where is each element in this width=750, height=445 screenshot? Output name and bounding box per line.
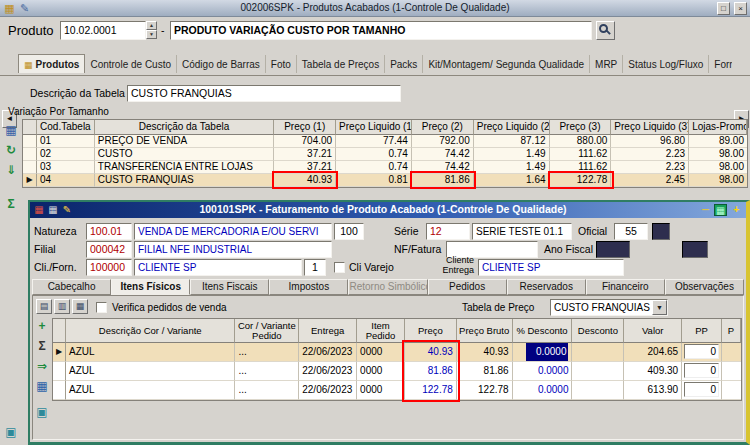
cli-forn-code-field[interactable]: 100000 xyxy=(86,259,132,276)
verifica-pedidos-label: Verifica pedidos de venda xyxy=(112,299,227,316)
dropdown-icon[interactable]: ▼ xyxy=(652,300,667,315)
tab-reservados[interactable]: Reservados xyxy=(507,279,586,295)
tab-mrp[interactable]: MRP xyxy=(590,55,623,73)
tab-observacoes[interactable]: Observações xyxy=(665,279,744,295)
spin-down-icon[interactable]: ▼ xyxy=(146,30,157,39)
product-description-input[interactable]: PRODUTO VARIAÇÃO CUSTO POR TAMANHO xyxy=(170,21,592,40)
tab-cabecalho[interactable]: Cabeçalho xyxy=(32,279,111,295)
col-header-descricao[interactable]: Descrição da Tabela xyxy=(95,120,274,135)
col-header-item-pedido[interactable]: Item Pedido xyxy=(357,319,405,343)
cli-varejo-checkbox[interactable] xyxy=(334,262,345,273)
oficial-field[interactable]: 55 xyxy=(614,223,648,240)
col-header-preco-3[interactable]: Preço (3) xyxy=(550,120,612,135)
pp-value-box[interactable]: 0 xyxy=(684,382,719,397)
price-row-03[interactable]: 03 TRANSFERÊNCIA ENTRE LOJAS 37.21 0.74 … xyxy=(23,161,747,174)
cell-cod: 02 xyxy=(37,148,95,161)
cell-pct-desconto: 0.0000 xyxy=(513,343,573,362)
col-header-p[interactable]: P xyxy=(722,319,741,343)
grid-view-button-1[interactable]: ▤ xyxy=(36,299,52,314)
product-code-input[interactable]: 10.02.0001 xyxy=(60,21,146,40)
tab-tabela-de-precos[interactable]: Tabela de Preços xyxy=(297,55,385,73)
verifica-pedidos-checkbox[interactable] xyxy=(96,302,107,313)
item-row-1-selected[interactable]: ▶ AZUL ... 22/06/2023 0000 40.93 40.93 0… xyxy=(53,343,741,362)
col-header-cor-variante-pedido[interactable]: Cor / Variante Pedido xyxy=(235,319,299,343)
price-row-02[interactable]: 02 CUSTO 37.21 0.74 74.42 1.49 111.62 2.… xyxy=(23,148,747,161)
tab-pedidos[interactable]: Pedidos xyxy=(428,279,507,295)
export-icon[interactable]: ⇒ xyxy=(34,358,50,374)
cell-preco-liq2: 1.49 xyxy=(474,161,550,174)
expand-button[interactable]: + xyxy=(730,204,743,216)
tab-itens-fisicos[interactable]: Itens Físicos xyxy=(111,279,190,295)
cli-forn-desc-field[interactable]: CLIENTE SP xyxy=(134,259,302,276)
tabela-preco-combobox[interactable]: CUSTO FRANQUIAS ▼ xyxy=(550,299,668,316)
refresh-tool-icon[interactable]: ↻ xyxy=(3,142,19,158)
col-header-preco[interactable]: Preço xyxy=(405,319,457,343)
col-header-preco-liquido-2[interactable]: Preço Liquido (2) xyxy=(474,120,550,135)
grid-view-button-3[interactable]: ▦ xyxy=(72,299,88,314)
natureza-desc-field[interactable]: VENDA DE MERCADORIA E/OU SERVI xyxy=(134,223,332,240)
col-header-pp[interactable]: PP xyxy=(682,319,722,343)
tab-produtos[interactable]: ▦Produtos xyxy=(18,54,85,73)
image-tool-icon[interactable]: ▣ xyxy=(3,424,19,440)
cell-preco-bruto: 40.93 xyxy=(457,343,513,362)
filial-label: Filial xyxy=(34,241,56,258)
import-tool-icon[interactable]: ⇓ xyxy=(3,162,19,178)
col-header-entrega[interactable]: Entrega xyxy=(299,319,357,343)
tab-kit-montagem-segunda-qualidade[interactable]: Kit/Montagem/ Segunda Qualidade xyxy=(423,55,590,73)
col-header-preco-bruto[interactable]: Preço Bruto xyxy=(457,319,513,343)
natureza-code-field[interactable]: 100.01 xyxy=(86,223,132,240)
spin-up-icon[interactable]: ▲ xyxy=(146,21,157,30)
tab-itens-fiscais[interactable]: Itens Fiscais xyxy=(190,279,269,295)
tab-financeiro[interactable]: Financeiro xyxy=(586,279,665,295)
tab-impostos[interactable]: Impostos xyxy=(269,279,348,295)
table-description-input[interactable]: CUSTO FRANQUIAS xyxy=(127,85,401,102)
col-header-cod-tabela[interactable]: Cod.Tabela xyxy=(37,120,95,135)
sum-tool-icon[interactable]: Σ xyxy=(3,196,19,212)
price-row-04-selected[interactable]: ▶ 04 CUSTO FRANQUIAS 40.93 0.81 81.86 1.… xyxy=(23,174,747,187)
cell-preco2: 81.86 xyxy=(412,174,474,187)
natureza-extra-field[interactable]: 100 xyxy=(334,223,364,240)
grid-view-button-2[interactable]: ▥ xyxy=(54,299,70,314)
add-row-icon[interactable]: + xyxy=(34,318,50,334)
tabela-preco-label: Tabela de Preço xyxy=(462,299,534,316)
cell-descricao: AZUL xyxy=(66,362,235,381)
tab-packs[interactable]: Packs xyxy=(385,55,423,73)
restore-button[interactable]: □ xyxy=(717,2,730,15)
tab-forma-de-pagamento[interactable]: Forma de Pagamento xyxy=(709,55,732,73)
col-header-desconto[interactable]: Desconto xyxy=(572,319,624,343)
col-header-valor[interactable]: Valor xyxy=(624,319,682,343)
price-row-01[interactable]: 01 PREÇO DE VENDA 704.00 77.44 792.00 87… xyxy=(23,135,747,148)
image-icon[interactable]: ▣ xyxy=(34,404,50,420)
maximize-button[interactable]: ▦ xyxy=(714,204,727,216)
calc-icon[interactable]: ▦ xyxy=(34,378,50,394)
filial-code-field[interactable]: 000042 xyxy=(86,241,132,258)
pp-value-box[interactable]: 0 xyxy=(684,344,719,359)
tab-status-log-fluxo[interactable]: Status Log/Fluxo xyxy=(623,55,709,73)
cliente-entrega-field[interactable]: CLIENTE SP xyxy=(478,259,624,276)
product-code-spinner[interactable]: ▲ ▼ xyxy=(146,21,157,40)
cli-forn-qty-field[interactable]: 1 xyxy=(304,259,326,276)
pp-value-box[interactable]: 0 xyxy=(684,363,719,378)
tab-controle-de-custo[interactable]: Controle de Custo xyxy=(85,55,177,73)
tab-foto[interactable]: Foto xyxy=(266,55,297,73)
sum-icon[interactable]: Σ xyxy=(34,338,50,354)
serie-code-field[interactable]: 12 xyxy=(426,223,470,240)
col-header-preco-2[interactable]: Preço (2) xyxy=(412,120,474,135)
minimize-button[interactable]: ─ xyxy=(699,204,712,216)
item-row-2[interactable]: AZUL ... 22/06/2023 0000 81.86 81.86 0.0… xyxy=(53,362,741,381)
cell-preco-liq3: 2.45 xyxy=(611,174,689,187)
item-row-3[interactable]: AZUL ... 22/06/2023 0000 122.78 122.78 0… xyxy=(53,381,741,400)
col-header-pct-desconto[interactable]: % Desconto xyxy=(513,319,573,343)
serie-desc-field[interactable]: SERIE TESTE 01.1 xyxy=(472,223,572,240)
search-button[interactable] xyxy=(596,21,615,40)
col-header-preco-1[interactable]: Preço (1) xyxy=(274,120,336,135)
close-button[interactable]: × xyxy=(734,2,747,15)
col-header-preco-liquido-1[interactable]: Preço Liquido (1) xyxy=(336,120,412,135)
cell-preco-liq3: 2.23 xyxy=(611,161,689,174)
col-header-preco-liquido-3[interactable]: Preço Liquido (3) xyxy=(611,120,689,135)
col-header-descricao-cor[interactable]: Descrição Cor / Variante xyxy=(66,319,235,343)
filial-desc-field[interactable]: FILIAL NFE INDUSTRIAL xyxy=(134,241,332,258)
tab-codigo-de-barras[interactable]: Código de Barras xyxy=(177,55,266,73)
grid-tool-icon[interactable]: ▦ xyxy=(3,122,19,138)
col-header-lojas-promocao[interactable]: Lojas-Promoç xyxy=(689,120,747,135)
